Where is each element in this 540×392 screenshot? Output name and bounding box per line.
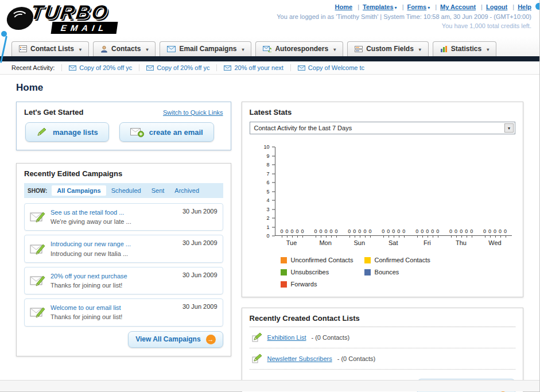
contact-list-count: - (0 Contacts) xyxy=(311,334,349,341)
campaign-link: Introducing our new range ... xyxy=(50,240,131,247)
stats-chart: 012345678910 000000000000000000000000000… xyxy=(255,147,512,288)
y-axis: 012345678910 xyxy=(255,147,275,236)
bar-value-label: 0 xyxy=(387,229,390,234)
tab-label: Autoresponders xyxy=(275,45,328,53)
stats-period-select[interactable]: Contact Activity for the Last 7 Days xyxy=(250,122,515,134)
switch-quick-links-link[interactable]: Switch to Quick Links xyxy=(163,109,223,116)
get-started-title: Let's Get Started xyxy=(24,108,84,117)
header-link-templates[interactable]: Templates xyxy=(363,3,394,10)
campaign-date: 30 Jun 2009 xyxy=(182,271,217,278)
legend-swatch xyxy=(364,257,371,263)
header-link-forms[interactable]: Forms xyxy=(407,3,427,10)
campaigns-filter-tabs: SHOW: All Campaigns Scheduled Sent Archi… xyxy=(24,183,223,198)
chevron-down-icon xyxy=(332,45,336,53)
chevron-down-icon xyxy=(504,123,514,133)
recent-activity-item[interactable]: Copy of 20% off yc xyxy=(139,64,216,71)
create-email-button[interactable]: create an email xyxy=(119,122,214,142)
envelope-icon xyxy=(298,65,305,71)
y-axis-label: 2 xyxy=(267,216,270,221)
legend-label: Unconfirmed Contacts xyxy=(291,257,353,263)
bar-value-label: 0 xyxy=(421,229,424,234)
y-axis-label: 4 xyxy=(267,198,270,203)
chevron-down-icon xyxy=(144,45,148,53)
campaign-subtitle: Introducing our new Italia ... xyxy=(50,250,128,257)
tab-autoresponders[interactable]: Autoresponders xyxy=(255,41,343,56)
legend-item: Forwards xyxy=(281,281,364,288)
filter-tab-scheduled[interactable]: Scheduled xyxy=(106,185,146,196)
recent-activity-item[interactable]: Copy of 20% off yc xyxy=(61,64,139,71)
recent-contact-lists-panel: Recently Created Contact Lists Exhibitio… xyxy=(242,308,523,392)
filter-tab-archived[interactable]: Archived xyxy=(169,185,204,196)
nav-divider-bar xyxy=(0,56,539,61)
envelope-icon xyxy=(224,65,231,71)
bar-value-label: 0 xyxy=(470,229,473,234)
bar-chart-icon xyxy=(440,45,448,52)
x-axis-label: Fri xyxy=(410,239,444,246)
bar-value-label: 0 xyxy=(301,229,304,234)
legend-swatch xyxy=(281,269,287,275)
y-axis-label: 6 xyxy=(267,180,270,185)
contact-list-item[interactable]: Exhibition List - (0 Contacts) xyxy=(250,327,515,348)
filter-tab-sent[interactable]: Sent xyxy=(146,185,170,196)
header-link-my-account[interactable]: My Account xyxy=(440,3,476,10)
header-link-home[interactable]: Home xyxy=(335,3,353,10)
bar-value-label: 0 xyxy=(319,229,322,234)
tab-label: Email Campaigns xyxy=(179,45,236,53)
bar-value-label: 0 xyxy=(397,229,400,234)
x-axis-label: Sun xyxy=(343,239,376,246)
bar-value-label: 0 xyxy=(504,229,507,234)
main-nav: Contact Lists Contacts Email Campaigns A… xyxy=(0,37,539,56)
bar-value-label: 0 xyxy=(460,229,463,234)
view-all-campaigns-button[interactable]: View All Campaigns xyxy=(128,331,223,348)
bar-group: 00000 xyxy=(376,229,410,234)
filter-tab-all-campaigns[interactable]: All Campaigns xyxy=(52,185,106,196)
recent-activity-label: Recent Activity: xyxy=(11,64,55,71)
x-axis-label: Thu xyxy=(444,239,478,246)
campaign-subtitle: We're giving away our late ... xyxy=(50,218,131,225)
campaign-row[interactable]: 20% off your next purchaseThanks for joi… xyxy=(24,267,223,294)
form-field-icon xyxy=(355,45,363,52)
left-column: Let's Get Started Switch to Quick Links … xyxy=(16,102,231,356)
tab-statistics[interactable]: Statistics xyxy=(433,41,496,56)
legend-item: Bounces xyxy=(364,269,448,275)
contact-list-item[interactable]: Newsletter Subscribers - (0 Contacts) xyxy=(250,348,515,370)
legend-swatch xyxy=(281,281,287,288)
recent-activity-item[interactable]: 20% off your next xyxy=(216,64,290,71)
bar-value-label: 0 xyxy=(465,229,468,234)
legend-label: Confirmed Contacts xyxy=(375,257,430,263)
envelope-pencil-icon xyxy=(30,242,46,256)
x-axis-label: Wed xyxy=(478,239,512,246)
bar-value-label: 0 xyxy=(436,229,439,234)
y-axis-label: 0 xyxy=(267,234,270,239)
envelope-pencil-icon xyxy=(30,305,46,319)
header-link-logout[interactable]: Logout xyxy=(486,3,507,10)
legend-label: Forwards xyxy=(291,281,317,288)
envelope-refresh-icon xyxy=(263,45,271,52)
campaign-row[interactable]: Welcome to our email listThanks for join… xyxy=(24,298,223,326)
y-axis-label: 5 xyxy=(267,189,270,194)
manage-lists-button[interactable]: manage lists xyxy=(25,122,109,142)
page-title: Home xyxy=(16,82,523,94)
decoration-dot-right xyxy=(535,3,539,10)
bar-group: 00000 xyxy=(343,229,376,234)
campaign-row[interactable]: See us at the retail food ...We're givin… xyxy=(24,203,223,231)
tab-contact-lists[interactable]: Contact Lists xyxy=(11,41,89,56)
bar-value-label: 0 xyxy=(314,229,317,234)
header-link-help[interactable]: Help xyxy=(518,3,531,10)
bar-value-label: 0 xyxy=(286,229,289,234)
recent-activity-item[interactable]: Copy of Welcome tc xyxy=(290,64,371,71)
list-icon xyxy=(19,45,27,52)
bar-value-label: 0 xyxy=(488,229,491,234)
campaign-date: 30 Jun 2009 xyxy=(182,239,217,246)
campaign-subtitle: Thanks for joining our list! xyxy=(50,313,122,320)
tab-email-campaigns[interactable]: Email Campaigns xyxy=(160,41,251,56)
tab-label: Contacts xyxy=(111,45,141,53)
campaign-link: Welcome to our email list xyxy=(50,304,121,311)
latest-stats-panel: Latest Stats Contact Activity for the La… xyxy=(242,102,523,297)
tab-contacts[interactable]: Contacts xyxy=(93,41,156,56)
login-info: You are logged in as 'Timothy Smith' | S… xyxy=(277,12,531,22)
campaign-row[interactable]: Introducing our new range ...Introducing… xyxy=(24,235,223,262)
envelope-pencil-icon xyxy=(30,210,46,224)
tab-custom-fields[interactable]: Custom Fields xyxy=(347,41,429,56)
bar-value-label: 0 xyxy=(449,229,452,234)
